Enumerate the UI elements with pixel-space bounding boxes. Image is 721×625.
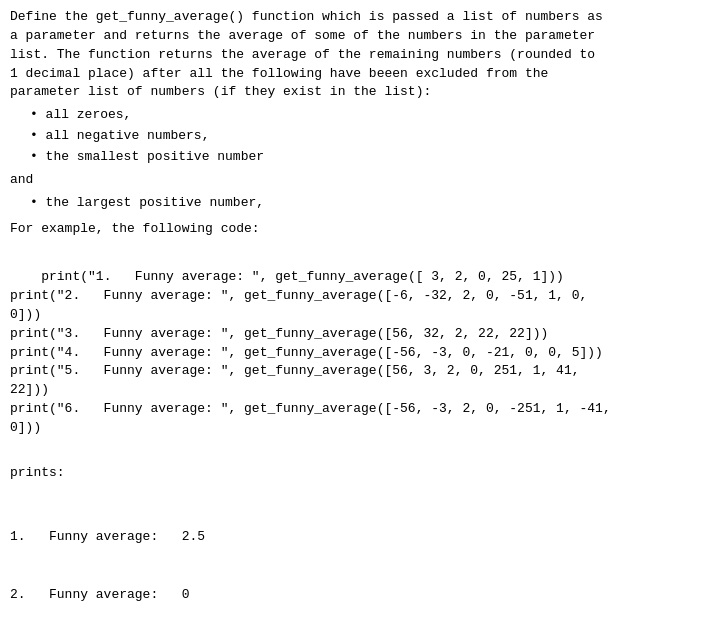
description-block: Define the get_funny_average() function … <box>10 8 711 239</box>
code-line-2: print("2. Funny average: ", get_funny_av… <box>10 288 587 303</box>
bullet-2-1: the largest positive number, <box>30 194 711 213</box>
bullet-1-1: all zeroes, <box>30 106 711 125</box>
code-line-6: print("5. Funny average: ", get_funny_av… <box>10 363 580 378</box>
desc-line5: parameter list of numbers (if they exist… <box>10 83 711 102</box>
prints-section: 1. Funny average: 2.5 2. Funny average: … <box>10 488 711 625</box>
and-label: and <box>10 171 711 190</box>
code-line-4: print("3. Funny average: ", get_funny_av… <box>10 326 548 341</box>
code-block: print("1. Funny average: ", get_funny_av… <box>10 249 711 456</box>
bullet-list-1: all zeroes, all negative numbers, the sm… <box>30 106 711 167</box>
print-result-1: 1. Funny average: 2.5 <box>10 527 711 547</box>
code-line-9: 0])) <box>10 420 41 435</box>
page-container: Define the get_funny_average() function … <box>0 0 721 625</box>
print-result-2: 2. Funny average: 0 <box>10 585 711 605</box>
desc-line4: 1 decimal place) after all the following… <box>10 65 711 84</box>
desc-line1: Define the get_funny_average() function … <box>10 8 711 27</box>
code-line-1: print("1. Funny average: ", get_funny_av… <box>41 269 564 284</box>
code-line-8: print("6. Funny average: ", get_funny_av… <box>10 401 611 416</box>
example-intro: For example, the following code: <box>10 220 711 239</box>
bullet-1-3: the smallest positive number <box>30 148 711 167</box>
code-line-7: 22])) <box>10 382 49 397</box>
bullet-1-2: all negative numbers, <box>30 127 711 146</box>
desc-line3: list. The function returns the average o… <box>10 46 711 65</box>
desc-line2: a parameter and returns the average of s… <box>10 27 711 46</box>
bullet-list-2: the largest positive number, <box>30 194 711 213</box>
code-line-3: 0])) <box>10 307 41 322</box>
prints-label: prints: <box>10 465 711 480</box>
code-line-5: print("4. Funny average: ", get_funny_av… <box>10 345 603 360</box>
